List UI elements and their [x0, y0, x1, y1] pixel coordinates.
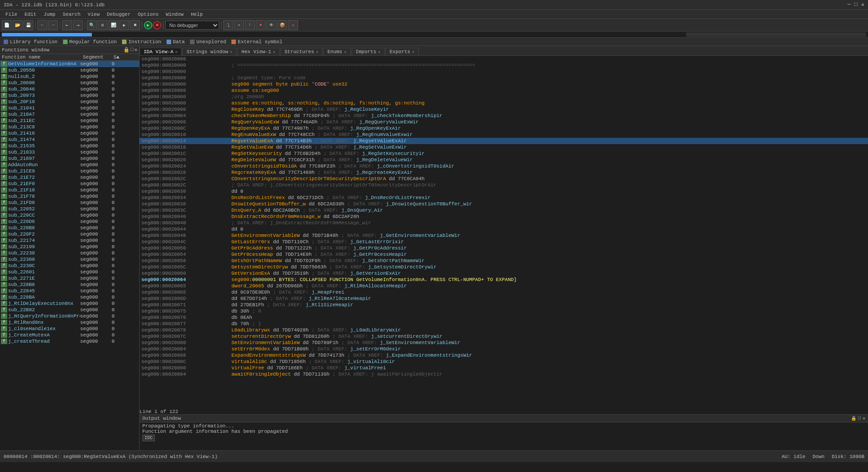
code-line[interactable]: seg000:00020028RegcreateKeyExA dd 77C714…	[140, 169, 868, 176]
tab-structures-close[interactable]: ✕	[316, 50, 318, 54]
minimize-button[interactable]: ─	[847, 1, 850, 8]
function-row[interactable]: f sub_220D6 seg000 0	[0, 218, 139, 225]
code-line[interactable]: seg000:00020000seg000 segment byte publi…	[140, 81, 868, 87]
code-line[interactable]: seg000:00020014RegsetValueExA dd 77C714B…	[140, 138, 868, 144]
code-line[interactable]: seg000:00020084setErr0rM0dex dd 7DD71B00…	[140, 346, 868, 352]
function-row[interactable]: f sub_228BA seg000 0	[0, 294, 139, 300]
code-line[interactable]: seg000:00020008RegQueryValueExW dd 77C74…	[140, 119, 868, 125]
code-line[interactable]: seg000:00020018RegSetValueExW dd 77C714D…	[140, 144, 868, 150]
function-row[interactable]: f sub_20846 seg000 0	[0, 86, 139, 92]
tab-imports-close[interactable]: ✕	[378, 50, 380, 54]
code-line[interactable]: seg000:0002000CRegOpenKeyExA dd 77C74907…	[140, 125, 868, 132]
tab-structures[interactable]: Structures ✕	[280, 48, 322, 55]
function-row[interactable]: f sub_22845 seg000 0	[0, 288, 139, 294]
function-row[interactable]: f nullsub_2 seg000 0	[0, 73, 139, 80]
code-line[interactable]: seg000:00020065 dd 0C97DE9E0h ; DATA XRE…	[140, 289, 868, 295]
menu-jump[interactable]: Jump	[40, 10, 59, 18]
function-row[interactable]: f sub_220CC seg000 0	[0, 212, 139, 218]
function-row[interactable]: f sub_21416 seg000 0	[0, 130, 139, 136]
code-line[interactable]: seg000:00020040 ; DATA XREF: j_DnsExtrac…	[140, 220, 868, 226]
code-line[interactable]: seg000:00020050GetPr0cAddress dd 7DD7122…	[140, 245, 868, 251]
code-line[interactable]: seg000:00020060GetVersionExA dd 7DD73519…	[140, 270, 868, 277]
menu-help[interactable]: Help	[187, 10, 206, 18]
run-button[interactable]: ▶	[144, 21, 152, 29]
code-line[interactable]: seg000:00020000; Segment type: Pure code	[140, 75, 868, 81]
code-line[interactable]: seg000:00020000RegCloseKey dd 77C7469Dh …	[140, 106, 868, 113]
code-line[interactable]: seg000:00020088ExpandEnvironmentstringsW…	[140, 352, 868, 359]
function-row[interactable]: f j_RtlDelayExecution0nx seg000 0	[0, 300, 139, 307]
tb-btn-9[interactable]: ■	[130, 20, 140, 30]
tb-btn-3[interactable]: ⇤	[62, 20, 72, 30]
tab-exports[interactable]: Exports ✕	[385, 48, 419, 55]
function-row[interactable]: f sub_2271E seg000 0	[0, 275, 139, 281]
code-line[interactable]: seg000:00020071 dd 27DEB1Fh ; DATA XREF:…	[140, 302, 868, 308]
menu-view[interactable]: View	[84, 10, 103, 18]
code-line[interactable]: seg000:00020048GetEnvironmentVariableW d…	[140, 232, 868, 239]
code-line[interactable]: seg000:00020010RegEnumValueExW dd 77C748…	[140, 132, 868, 138]
menu-window[interactable]: Window	[162, 10, 187, 18]
code-line[interactable]: seg000:00020030 dd 0	[140, 188, 868, 195]
tab-ida-view-a-close[interactable]: ✕	[175, 50, 177, 54]
function-row[interactable]: f sub_21E72 seg000 0	[0, 174, 139, 181]
tb-x[interactable]: ✕	[288, 20, 298, 30]
function-row[interactable]: f j_CreateMutexA seg000 0	[0, 332, 139, 338]
code-line[interactable]: seg000:00020065dword_20065 dd 267DD96Dh …	[140, 283, 868, 289]
function-row[interactable]: f sub_22052 seg000 0	[0, 206, 139, 212]
function-row[interactable]: f sub_2230C seg000 0	[0, 263, 139, 269]
tb-breakpoint[interactable]: ●	[256, 20, 266, 30]
tab-enums[interactable]: Enums ✕	[323, 48, 350, 55]
function-row[interactable]: f sub_22601 seg000 0	[0, 269, 139, 275]
code-line[interactable]: seg000:00020064seg000:00000001 BYTES: CO…	[140, 277, 868, 283]
code-line[interactable]: seg000:00020000	[140, 68, 868, 75]
function-row[interactable]: f sub_20600 seg000 0	[0, 80, 139, 86]
tb-step-into[interactable]: ⤵	[223, 20, 233, 30]
function-row[interactable]: f sub_20550 seg000 0	[0, 67, 139, 73]
menu-options[interactable]: Options	[134, 10, 162, 18]
save-button[interactable]: 💾	[23, 20, 33, 30]
menu-edit[interactable]: Edit	[21, 10, 40, 18]
output-float-btn[interactable]: □	[858, 416, 861, 421]
function-row[interactable]: f sub_21833 seg000 0	[0, 149, 139, 155]
tb-btn-7[interactable]: 📊	[108, 20, 118, 30]
function-row[interactable]: f sub_228B8 seg000 0	[0, 281, 139, 288]
function-row[interactable]: f sub_22199 seg000 0	[0, 244, 139, 250]
function-row[interactable]: f sub_22B82 seg000 0	[0, 307, 139, 313]
code-line[interactable]: seg000:00020004checkTokenMembership dd 7…	[140, 113, 868, 119]
maximize-button[interactable]: □	[854, 1, 858, 8]
debugger-selector[interactable]: No debugger Local Windows debugger Remot…	[165, 21, 219, 30]
tb-btn-4[interactable]: ⇥	[73, 20, 83, 30]
function-row[interactable]: f sub_220B8 seg000 0	[0, 225, 139, 231]
menu-file[interactable]: File	[2, 10, 21, 18]
tb-btn-8[interactable]: ▶	[119, 20, 129, 30]
code-line[interactable]: seg000:00020000 assume cs:seg000	[140, 87, 868, 94]
code-line[interactable]: seg000:00020000 ;org 20000h	[140, 94, 868, 100]
new-button[interactable]: 📄	[2, 20, 12, 30]
code-area[interactable]: seg000:00020000seg000:00020000; ========…	[140, 56, 868, 409]
menu-search[interactable]: Search	[59, 10, 84, 18]
function-row[interactable]: f sub_21FD8 seg000 0	[0, 200, 139, 206]
code-line[interactable]: seg000:0002007CsetcurrentDirectOryw dd 7…	[140, 333, 868, 340]
function-row[interactable]: f sub_220F2 seg000 0	[0, 231, 139, 237]
code-line[interactable]: seg000:00020000 assume es:nothing, ss:no…	[140, 100, 868, 106]
tb-btn-5[interactable]: 🔍	[87, 20, 97, 30]
function-row[interactable]: f sub_22360 seg000 0	[0, 256, 139, 263]
function-row[interactable]: f AddAutoRun seg000 0	[0, 162, 139, 168]
back-button[interactable]: ←	[37, 20, 47, 30]
code-line[interactable]: seg000:0002008CvirtualAl10c dd 7DD71856h…	[140, 359, 868, 365]
code-line[interactable]: seg000:00020080SetEnvironmentVariableW d…	[140, 340, 868, 346]
tab-strings-window[interactable]: Strings window ✕	[182, 48, 236, 55]
tab-strings-close[interactable]: ✕	[230, 50, 232, 54]
code-line[interactable]: seg000:00020094awaitF0rsingleObject dd 7…	[140, 371, 868, 377]
code-line[interactable]: seg000:0002003CDnsQuery_A dd 6DC2A9BCh ;…	[140, 207, 868, 213]
close-button[interactable]: ✕	[861, 1, 864, 8]
code-line[interactable]: seg000:00020054GetPr0cessHeap dd 7DD714E…	[140, 251, 868, 258]
function-row[interactable]: f sub_213C9 seg000 0	[0, 124, 139, 130]
tb-step-over[interactable]: ↷	[234, 20, 244, 30]
function-row[interactable]: f sub_22174 seg000 0	[0, 237, 139, 244]
code-line[interactable]: seg000:00020058GetshOrtPathNameW dd 7DD7…	[140, 258, 868, 264]
code-line[interactable]: seg000:00020044 dd 0	[140, 226, 868, 232]
tab-hex-close[interactable]: ✕	[273, 50, 275, 54]
code-line[interactable]: seg000:00020024cOnvertstringsidT0sidA dd…	[140, 163, 868, 169]
code-line[interactable]: seg000:00020076 db 0EAh	[140, 314, 868, 321]
panel-float-btn[interactable]: □	[131, 47, 134, 53]
